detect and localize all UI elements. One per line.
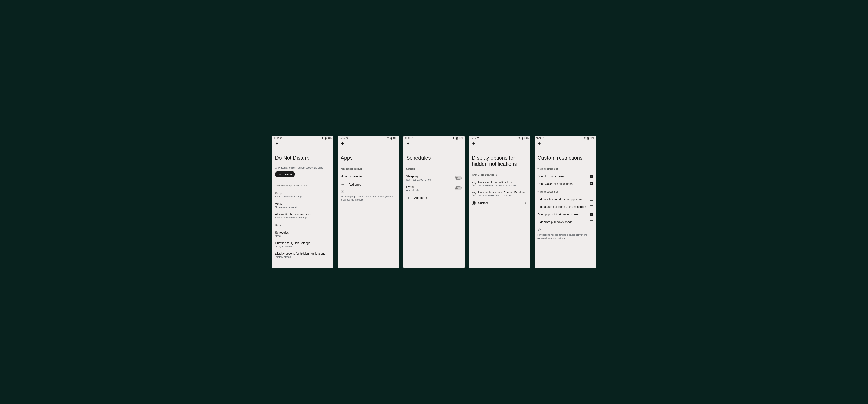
- apps-item[interactable]: Apps No apps can interrupt: [275, 200, 331, 210]
- checkbox-icon: [590, 198, 593, 201]
- status-time: 15:15: [536, 137, 541, 139]
- nav-handle[interactable]: [491, 267, 508, 267]
- app-bar: [403, 140, 465, 147]
- list-item-title: No sound from notifications: [478, 181, 527, 184]
- page-title: Apps: [341, 155, 396, 161]
- list-item-title: Don't pop notifications on screen: [537, 213, 580, 216]
- section-screen-on-header: When the screen is on: [537, 191, 593, 193]
- list-item-title: Hide status bar icons at top of screen: [537, 205, 586, 208]
- wifi-icon: [386, 137, 390, 140]
- status-bar: 15:15 69%: [338, 136, 399, 140]
- display-options-item[interactable]: Display options for hidden notifications…: [275, 250, 331, 260]
- info-icon: [537, 228, 541, 232]
- nav-handle[interactable]: [294, 267, 312, 267]
- status-time: 15:15: [339, 137, 345, 139]
- nav-handle[interactable]: [360, 267, 377, 267]
- schedule-sleeping-item[interactable]: Sleeping Sun - Sat, 22:00 - 07:00: [406, 173, 462, 183]
- list-item-title: Custom: [478, 201, 523, 204]
- list-item-title: Add more: [414, 196, 427, 200]
- back-button[interactable]: [471, 141, 476, 146]
- checkbox-icon: [590, 213, 593, 216]
- option-custom[interactable]: Custom: [472, 199, 527, 207]
- list-item-title: Hide from pull-down shade: [537, 220, 572, 224]
- list-item-sub: Partially hidden: [275, 256, 331, 258]
- no-apps-item[interactable]: No apps selected: [341, 173, 396, 180]
- back-button[interactable]: [405, 141, 410, 146]
- radio-icon: [472, 201, 476, 205]
- app-bar: [534, 140, 596, 147]
- wifi-icon: [452, 137, 455, 140]
- info-note: [537, 228, 593, 232]
- back-button[interactable]: [274, 141, 279, 146]
- hide-statusbar-item[interactable]: Hide status bar icons at top of screen: [537, 203, 593, 211]
- turn-on-button[interactable]: Turn on now: [275, 171, 295, 177]
- screen-do-not-disturb: 15:14 69% Do Not Disturb Only get notifi…: [272, 136, 334, 268]
- screen-custom-restrictions: 15:15 69% Custom restrictions When the s…: [534, 136, 596, 268]
- battery-percent: 69%: [524, 137, 529, 139]
- dont-pop-item[interactable]: Don't pop notifications on screen: [537, 211, 593, 218]
- people-item[interactable]: People Some people can interrupt: [275, 190, 331, 200]
- list-item-sub: No apps can interrupt: [275, 206, 331, 208]
- list-item-title: Apps: [275, 202, 331, 205]
- list-item-title: Duration for Quick Settings: [275, 241, 331, 245]
- radio-icon: [472, 182, 476, 185]
- list-item-title: Event: [406, 185, 455, 189]
- hide-shade-item[interactable]: Hide from pull-down shade: [537, 218, 593, 226]
- event-toggle[interactable]: [455, 186, 462, 190]
- schedules-item[interactable]: Schedules None: [275, 229, 331, 239]
- dont-wake-item[interactable]: Don't wake for notifications: [537, 180, 593, 188]
- schedule-event-item[interactable]: Event Any calendar: [406, 183, 462, 194]
- back-button[interactable]: [340, 141, 345, 146]
- nav-handle[interactable]: [556, 267, 574, 267]
- sleeping-toggle[interactable]: [455, 176, 462, 180]
- section-apps-header: Apps that can interrupt: [341, 168, 396, 170]
- list-item-title: Alarms & other interruptions: [275, 212, 331, 216]
- battery-icon: [456, 137, 458, 140]
- list-item-sub: Any calendar: [406, 189, 455, 192]
- page-title: Schedules: [406, 155, 462, 161]
- screen-schedules: 15:15 69% Schedules Schedule Sleeping Su…: [403, 136, 465, 268]
- back-button[interactable]: [537, 141, 542, 146]
- add-apps-item[interactable]: Add apps: [341, 180, 396, 189]
- list-item-title: No apps selected: [341, 175, 363, 178]
- list-item-title: Schedules: [275, 231, 331, 234]
- info-text: Notifications needed for basic device ac…: [537, 233, 593, 240]
- status-time: 15:15: [405, 137, 410, 139]
- hide-dots-item[interactable]: Hide notification dots on app icons: [537, 196, 593, 203]
- alarms-item[interactable]: Alarms & other interruptions Alarms and …: [275, 210, 331, 221]
- battery-percent: 69%: [590, 137, 594, 139]
- battery-percent: 69%: [393, 137, 397, 139]
- shield-icon: [477, 137, 479, 140]
- add-more-item[interactable]: Add more: [406, 194, 462, 202]
- list-item-sub: Until you turn off: [275, 245, 331, 248]
- checkbox-icon: [590, 182, 593, 185]
- gear-icon[interactable]: [523, 201, 527, 205]
- shield-icon: [345, 137, 348, 140]
- info-note: [341, 190, 396, 194]
- page-title: Display options for hidden notifications: [472, 155, 527, 167]
- wifi-icon: [321, 137, 324, 140]
- option-no-visuals[interactable]: No visuals or sound from notifications Y…: [472, 189, 527, 199]
- list-item-title: No visuals or sound from notifications: [478, 191, 527, 194]
- duration-item[interactable]: Duration for Quick Settings Until you tu…: [275, 239, 331, 250]
- info-text: Selected people can still reach you, eve…: [341, 195, 396, 202]
- battery-percent: 69%: [328, 137, 332, 139]
- dont-turn-on-screen-item[interactable]: Don't turn on screen: [537, 173, 593, 180]
- nav-handle[interactable]: [425, 267, 443, 267]
- status-bar: 15:15 69%: [469, 136, 530, 140]
- shield-icon: [280, 137, 282, 140]
- checkbox-icon: [590, 220, 593, 224]
- list-item-title: Sleeping: [406, 175, 455, 178]
- option-no-sound[interactable]: No sound from notifications You will see…: [472, 179, 527, 189]
- list-item-title: Hide notification dots on app icons: [537, 198, 582, 201]
- app-bar: [338, 140, 399, 147]
- list-item-sub: None: [275, 235, 331, 237]
- battery-percent: 69%: [459, 137, 463, 139]
- shield-icon: [542, 137, 545, 140]
- page-title: Custom restrictions: [537, 155, 593, 161]
- wifi-icon: [518, 137, 521, 140]
- status-bar: 15:15 69%: [403, 136, 465, 140]
- battery-icon: [390, 137, 393, 140]
- info-icon: [341, 190, 344, 194]
- overflow-menu-button[interactable]: [458, 141, 463, 146]
